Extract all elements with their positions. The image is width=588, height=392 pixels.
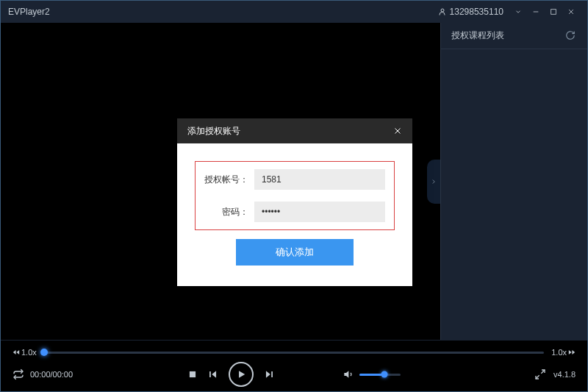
user-id: 13298535110 bbox=[450, 7, 503, 17]
sidebar-title: 授权课程列表 bbox=[451, 29, 504, 42]
dialog-header[interactable]: 添加授权账号 bbox=[177, 118, 412, 143]
skip-back-icon bbox=[208, 369, 218, 379]
titlebar: EVPlayer2 13298535110 bbox=[1, 1, 587, 23]
dropdown-button[interactable] bbox=[509, 3, 527, 21]
chevron-down-icon bbox=[514, 8, 522, 15]
svg-point-0 bbox=[441, 9, 444, 12]
time-display: 00:00/00:00 bbox=[30, 370, 73, 379]
chevron-right-icon bbox=[430, 176, 437, 188]
svg-marker-13 bbox=[266, 371, 270, 377]
volume-handle[interactable] bbox=[381, 371, 387, 378]
svg-line-17 bbox=[536, 375, 539, 379]
account-input[interactable] bbox=[254, 169, 385, 190]
volume-icon bbox=[343, 368, 355, 380]
stop-button[interactable] bbox=[187, 369, 198, 379]
loop-icon bbox=[12, 368, 24, 380]
password-label: 密码： bbox=[204, 206, 248, 218]
refresh-icon bbox=[565, 30, 576, 40]
sidebar: 授权课程列表 bbox=[440, 23, 587, 340]
user-info[interactable]: 13298535110 bbox=[438, 7, 503, 17]
password-row: 密码： bbox=[204, 202, 385, 222]
dialog-close-button[interactable] bbox=[393, 126, 402, 135]
fullscreen-button[interactable] bbox=[534, 368, 546, 380]
progress-bar[interactable] bbox=[44, 352, 544, 354]
close-button[interactable] bbox=[562, 3, 580, 21]
version-label: v4.1.8 bbox=[553, 370, 576, 379]
sidebar-header: 授权课程列表 bbox=[441, 23, 587, 49]
fullscreen-icon bbox=[534, 368, 546, 380]
bottom-controls: 00:00/00:00 bbox=[12, 360, 576, 389]
dialog-body: 授权帐号： 密码： 确认添加 bbox=[177, 143, 412, 286]
skip-forward-icon bbox=[264, 369, 274, 379]
close-icon bbox=[393, 126, 402, 135]
stop-icon bbox=[187, 369, 198, 379]
refresh-button[interactable] bbox=[565, 30, 577, 42]
svg-marker-15 bbox=[344, 371, 348, 377]
svg-rect-2 bbox=[551, 10, 556, 15]
minimize-button[interactable] bbox=[527, 3, 545, 21]
volume-slider[interactable] bbox=[359, 374, 401, 376]
volume-group bbox=[343, 368, 401, 380]
svg-rect-9 bbox=[190, 371, 196, 377]
loop-button[interactable] bbox=[12, 368, 24, 380]
volume-button[interactable] bbox=[343, 368, 355, 380]
add-account-dialog: 添加授权账号 授权帐号： 密码： 确认添加 bbox=[177, 118, 412, 286]
speed-back-button[interactable]: 1.0x bbox=[12, 348, 37, 357]
password-input[interactable] bbox=[254, 202, 385, 222]
player-controls: 1.0x 1.0x 00:00/00:00 bbox=[1, 340, 587, 391]
account-label: 授权帐号： bbox=[204, 174, 248, 186]
maximize-button[interactable] bbox=[545, 3, 562, 21]
close-icon bbox=[567, 8, 575, 15]
user-icon bbox=[438, 7, 447, 16]
confirm-add-button[interactable]: 确认添加 bbox=[236, 239, 354, 266]
progress-row: 1.0x 1.0x bbox=[12, 345, 576, 360]
svg-marker-7 bbox=[572, 350, 575, 354]
svg-marker-10 bbox=[212, 371, 216, 377]
svg-line-16 bbox=[541, 370, 545, 374]
progress-handle[interactable] bbox=[40, 349, 48, 356]
rewind-icon bbox=[12, 349, 20, 356]
svg-marker-5 bbox=[13, 350, 16, 354]
right-controls: v4.1.8 bbox=[534, 368, 576, 380]
next-button[interactable] bbox=[264, 369, 274, 379]
speed-forward-button[interactable]: 1.0x bbox=[551, 348, 576, 357]
speed-left-label: 1.0x bbox=[21, 348, 37, 357]
center-controls bbox=[187, 362, 401, 387]
play-icon bbox=[236, 369, 246, 379]
dialog-title: 添加授权账号 bbox=[187, 125, 240, 138]
play-button[interactable] bbox=[229, 362, 254, 387]
account-row: 授权帐号： bbox=[204, 169, 385, 190]
app-title: EVPlayer2 bbox=[8, 7, 438, 17]
maximize-icon bbox=[550, 8, 557, 15]
svg-marker-6 bbox=[16, 350, 19, 354]
sidebar-toggle[interactable] bbox=[427, 160, 440, 204]
form-group: 授权帐号： 密码： bbox=[195, 161, 395, 230]
svg-marker-8 bbox=[569, 350, 572, 354]
speed-right-label: 1.0x bbox=[551, 348, 567, 357]
loop-time-group: 00:00/00:00 bbox=[12, 368, 73, 380]
minimize-icon bbox=[532, 8, 539, 15]
fast-forward-icon bbox=[568, 349, 576, 356]
svg-marker-12 bbox=[239, 371, 245, 377]
prev-button[interactable] bbox=[208, 369, 218, 379]
